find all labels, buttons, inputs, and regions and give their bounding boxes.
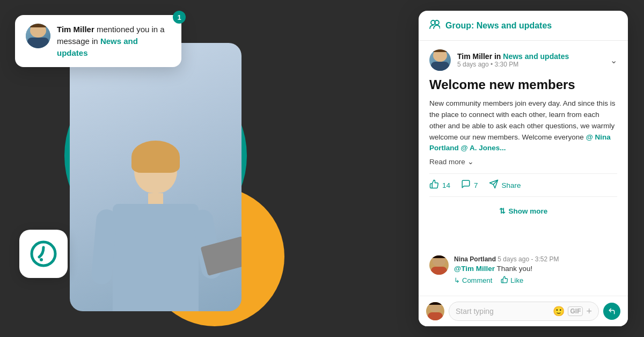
nina-avatar-comment — [429, 255, 449, 275]
post-author-time: 5 days ago • 3:30 PM — [457, 61, 604, 68]
message-input-wrapper[interactable]: Start typing 🙂 GIF + — [449, 302, 599, 321]
post-author-channel: News and updates — [503, 52, 569, 61]
comment-text: @Tim Miller Thank you! — [454, 265, 617, 273]
tim-face-post — [429, 49, 451, 71]
chevron-down-small-icon: ⌄ — [467, 157, 474, 166]
message-input-placeholder[interactable]: Start typing — [456, 307, 550, 316]
reactions-row: 14 7 Share — [429, 173, 617, 197]
comment-button[interactable]: 7 — [461, 179, 478, 191]
current-user-head — [429, 302, 441, 312]
nina-body-comment — [431, 267, 448, 275]
like-comment-button[interactable]: Like — [501, 276, 523, 285]
show-more-text: Show more — [509, 207, 548, 215]
current-user-face — [426, 302, 444, 320]
woman-arm-right — [191, 208, 223, 281]
comment-action-comment-label: Comment — [462, 276, 492, 284]
woman-hair — [131, 141, 180, 173]
post-author-info: Tim Miller in News and updates 5 days ag… — [457, 52, 604, 68]
comment-time: 5 days ago - 3:52 PM — [497, 255, 559, 263]
tim-face-notif — [26, 24, 50, 48]
woman-shirt — [113, 204, 199, 311]
notification-card: 1 Tim Miller mentioned you in a message … — [15, 15, 181, 67]
nina-hair-comment — [430, 255, 447, 258]
tim-head-notif — [30, 24, 46, 38]
comment-meta: Nina Portland 5 days ago - 3:52 PM — [454, 255, 617, 263]
tim-body-notif — [27, 38, 48, 48]
gif-icon[interactable]: GIF — [568, 306, 583, 316]
comment-count: 7 — [474, 181, 478, 189]
notification-text: Tim Miller mentioned you in a message in… — [57, 24, 171, 58]
post-author-name-text: Tim Miller — [457, 52, 492, 61]
thumbs-up-icon — [429, 179, 439, 191]
comment-body: Thank you! — [496, 265, 532, 273]
emoji-icon[interactable]: 🙂 — [553, 305, 565, 317]
tim-avatar-post — [429, 49, 451, 71]
woman-laptop — [201, 236, 241, 276]
person-silhouette — [80, 64, 231, 311]
current-user-avatar — [426, 302, 444, 320]
app-logo — [19, 230, 68, 278]
comment-mention: @Tim Miller — [454, 265, 495, 273]
group-icon — [429, 19, 440, 32]
post-title: Welcome new members — [429, 77, 617, 93]
woman-body — [113, 145, 199, 311]
input-bar: Start typing 🙂 GIF + — [419, 296, 628, 326]
comment-section: Nina Portland 5 days ago - 3:52 PM @Tim … — [419, 255, 628, 296]
notif-author: Tim Miller — [57, 25, 94, 34]
tim-body-post — [431, 62, 449, 71]
read-more-text: Read more — [429, 158, 465, 166]
app-logo-icon — [29, 239, 58, 268]
notification-badge: 1 — [173, 11, 186, 24]
current-user-hair — [427, 302, 443, 305]
comment-icon — [461, 179, 471, 191]
nina-head-comment — [433, 255, 445, 267]
tim-head-post — [433, 49, 447, 62]
comment-content: Nina Portland 5 days ago - 3:52 PM @Tim … — [454, 255, 617, 285]
current-user-body — [428, 312, 443, 320]
like-button[interactable]: 14 — [429, 179, 450, 191]
mention-jones: @ A. Jones... — [461, 144, 506, 152]
thumbs-up-comment-icon — [501, 276, 508, 285]
show-more-button[interactable]: ⇅ Show more — [429, 202, 617, 221]
svg-point-1 — [40, 258, 43, 261]
panel-header-title: Group: News and updates — [445, 21, 552, 31]
tim-hair-post — [433, 49, 447, 52]
nina-face-comment — [429, 255, 449, 275]
reply-icon: ↳ — [454, 276, 460, 284]
panel-header: Group: News and updates — [419, 11, 628, 41]
post-section: Tim Miller in News and updates 5 days ag… — [419, 41, 628, 255]
post-author-row: Tim Miller in News and updates 5 days ag… — [429, 49, 617, 71]
like-count: 14 — [442, 181, 450, 189]
tim-avatar-notif — [26, 24, 50, 48]
chevron-down-icon[interactable]: ⌄ — [610, 55, 617, 65]
post-author-name: Tim Miller in News and updates — [457, 52, 604, 61]
woman-arm-left — [91, 209, 118, 285]
send-message-button[interactable] — [603, 303, 620, 320]
right-panel: Group: News and updates Tim Miller in Ne… — [419, 11, 628, 326]
woman-head — [134, 145, 177, 193]
woman-neck — [148, 193, 163, 204]
add-attachment-icon[interactable]: + — [586, 306, 592, 317]
share-label: Share — [502, 181, 521, 189]
post-author-in: in — [494, 52, 503, 61]
share-icon — [489, 179, 499, 191]
notif-avatar — [26, 24, 50, 48]
person-photo — [70, 43, 241, 311]
comment-author: Nina Portland — [454, 255, 496, 263]
reply-comment-button[interactable]: ↳ Comment — [454, 276, 492, 285]
left-section: 1 Tim Miller mentioned you in a message … — [0, 0, 333, 337]
sort-icon: ⇅ — [499, 207, 506, 215]
post-body: New community members join every day. An… — [429, 98, 617, 155]
comment-actions: ↳ Comment Like — [454, 276, 617, 285]
read-more-button[interactable]: Read more ⌄ — [429, 157, 617, 166]
tim-hair-notif — [30, 24, 46, 27]
comment-action-like-label: Like — [510, 276, 523, 284]
comment-item: Nina Portland 5 days ago - 3:52 PM @Tim … — [429, 255, 617, 285]
share-button[interactable]: Share — [489, 179, 521, 191]
